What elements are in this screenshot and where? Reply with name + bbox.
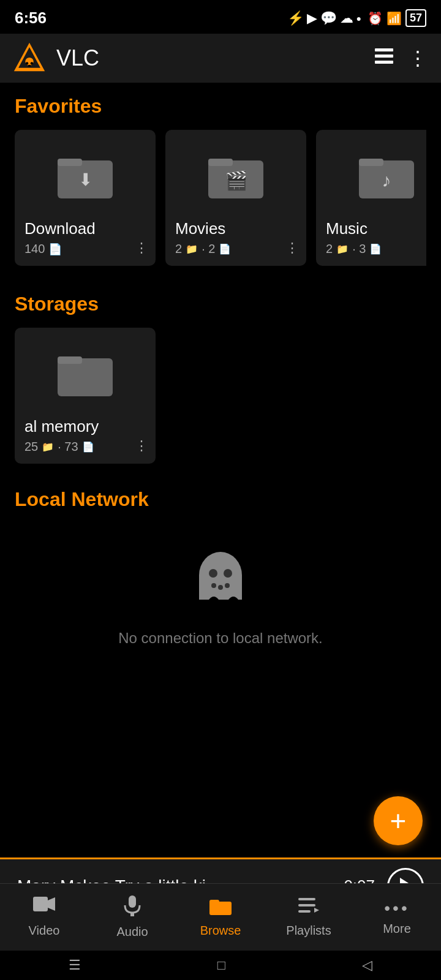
memory-more-icon[interactable]: ⋮ [135,438,148,454]
no-network-icon [187,548,254,615]
sys-nav-menu-icon[interactable]: ☰ [69,957,81,973]
nav-item-video[interactable]: Video [0,884,88,951]
nav-item-playlists[interactable]: Playlists [265,884,353,951]
storages-title: Storages [15,293,426,315]
video-nav-icon [33,897,55,920]
local-network-title: Local Network [15,488,426,511]
svg-rect-34 [298,904,315,907]
svg-rect-16 [359,159,383,166]
svg-text:🎬: 🎬 [225,170,248,192]
svg-rect-29 [129,895,136,908]
nav-item-browse[interactable]: Browse [176,884,265,951]
notification-icons: ⚡ ▶ 💬 ☁ ● [287,10,361,26]
movies-icon-area: 🎬 [175,142,296,209]
svg-rect-13 [208,159,233,166]
memory-folder-meta: 25📁 · 73📄 [24,440,146,454]
svg-rect-33 [298,898,315,900]
memory-folder-icon [58,349,113,398]
signal-icon: 📶 [386,11,402,26]
svg-rect-32 [209,900,219,905]
more-nav-label: More [383,922,411,936]
svg-point-22 [209,569,217,578]
bottom-nav: Video Audio Browse [0,883,441,951]
svg-marker-28 [48,897,55,911]
memory-icon-area [24,340,146,407]
download-folder-icon: ⬇ [58,151,113,200]
svg-point-23 [224,569,232,578]
svg-point-5 [28,65,31,67]
notif-icon-2: ▶ [307,10,317,26]
favorite-card-music[interactable]: ♪ Music 2📁 · 3📄 ⋮ [316,130,426,266]
favorites-title: Favorites [15,95,426,118]
status-bar: 6:56 ⚡ ▶ 💬 ☁ ● ⏰ 📶 57 [0,0,441,34]
sys-nav-home-icon[interactable]: □ [217,957,225,973]
movies-folder-meta: 2📁 · 2📄 [175,242,296,256]
nav-item-audio[interactable]: Audio [88,884,176,951]
playlists-icon-svg [298,898,319,915]
favorites-row: ⬇ Download 140 📄 ⋮ 🎬 [15,130,426,268]
video-nav-label: Video [29,924,60,938]
video-icon-svg [33,897,55,915]
svg-point-24 [211,583,216,588]
svg-point-25 [218,585,223,590]
storages-section: Storages al memory 25📁 · 73📄 ⋮ [15,293,426,464]
more-nav-icon: ••• [384,899,409,918]
download-folder-meta: 140 📄 [24,242,146,256]
svg-rect-10 [58,159,82,166]
svg-rect-19 [58,356,82,364]
list-view-button[interactable] [375,48,393,69]
notif-dot: ● [356,13,361,23]
svg-rect-6 [375,48,393,51]
alarm-icon: ⏰ [368,11,383,26]
svg-rect-7 [375,55,393,58]
app-bar-right: ⋮ [375,47,429,70]
download-folder-name: Download [24,219,146,238]
movies-folder-icon: 🎬 [208,151,263,200]
favorites-section: Favorites ⬇ Download 140 📄 ⋮ [15,95,426,268]
music-folder-name: Music [326,219,426,238]
status-time: 6:56 [15,9,47,28]
download-icon-area: ⬇ [24,142,146,209]
notif-icon-4: ☁ [340,10,353,26]
notif-icon-3: 💬 [320,10,337,26]
sys-nav-back-icon[interactable]: ◁ [362,957,372,973]
audio-nav-icon [124,895,141,921]
svg-point-4 [31,62,33,64]
playlists-nav-label: Playlists [286,924,331,938]
nav-item-more[interactable]: ••• More [353,884,441,951]
music-icon-area: ♪ [326,142,426,209]
list-icon [375,48,393,64]
battery-indicator: 57 [405,9,426,27]
svg-rect-35 [298,910,311,913]
app-title: VLC [56,45,99,71]
svg-text:♪: ♪ [382,170,391,190]
app-bar-left: VLC [12,41,99,75]
network-empty-state: No connection to local network. [15,523,426,659]
music-folder-meta: 2📁 · 3📄 [326,242,426,256]
more-options-button[interactable]: ⋮ [408,47,429,70]
music-folder-icon: ♪ [359,151,414,200]
movies-more-icon[interactable]: ⋮ [285,240,299,256]
svg-point-26 [225,583,230,588]
download-more-icon[interactable]: ⋮ [135,240,148,256]
svg-point-3 [26,62,28,64]
main-content: Favorites ⬇ Download 140 📄 ⋮ [0,83,441,806]
fab-icon: + [390,804,407,837]
svg-marker-36 [314,908,319,913]
no-connection-text: No connection to local network. [118,630,323,647]
audio-icon-svg [124,895,141,916]
system-nav-bar: ☰ □ ◁ [0,951,441,980]
status-system-icons: ⏰ 📶 57 [368,9,426,27]
ghost-icon [187,548,254,617]
audio-nav-label: Audio [116,925,148,939]
notif-icon-1: ⚡ [287,10,304,26]
storage-card-memory[interactable]: al memory 25📁 · 73📄 ⋮ [15,328,156,464]
local-network-section: Local Network No c [15,488,426,659]
favorite-card-movies[interactable]: 🎬 Movies 2📁 · 2📄 ⋮ [165,130,306,266]
browse-icon-svg [209,897,232,915]
fab-add-button[interactable]: + [374,796,423,845]
movies-folder-name: Movies [175,219,296,238]
storages-row: al memory 25📁 · 73📄 ⋮ [15,328,426,464]
favorite-card-download[interactable]: ⬇ Download 140 📄 ⋮ [15,130,156,266]
playlists-nav-icon [298,897,319,920]
